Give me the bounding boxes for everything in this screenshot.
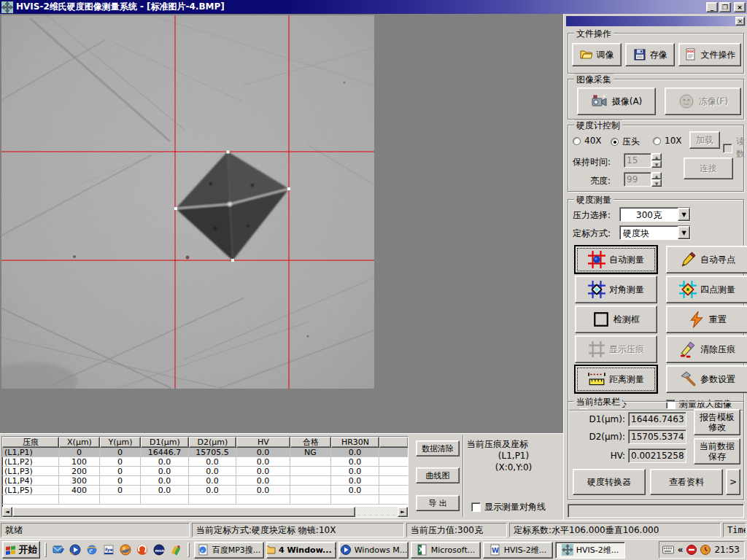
task-hvis-word[interactable]: W HVIS-2维... [483, 542, 553, 559]
clear-data-button[interactable]: 数据清除 [416, 440, 460, 456]
fye-icon[interactable]: fye [101, 542, 116, 557]
security-shield-icon[interactable] [686, 545, 697, 555]
table-row[interactable]: (L1,P3)20000.00.00.00.0 [2, 467, 408, 476]
radio-40x[interactable]: 40X [573, 136, 602, 146]
col-d2[interactable]: D2(μm) [189, 437, 236, 448]
hv-label: HV: [571, 451, 628, 461]
task-baidu-mp3[interactable]: e 百度MP3搜... [194, 542, 264, 559]
connect-button[interactable]: 连接 [684, 158, 733, 179]
clock-tray-icon[interactable] [700, 545, 711, 555]
report-template-button[interactable]: 报告模板修改 [694, 409, 740, 435]
brightness-row: 亮度: [590, 175, 611, 187]
scrollbar-thumb[interactable] [12, 507, 355, 517]
task-windows-group[interactable]: 4 Window... ▼ [266, 542, 336, 559]
spin-down-icon[interactable]: ▼ [651, 179, 662, 187]
distance-measure-button[interactable]: 距离测量 [575, 365, 657, 393]
table-row[interactable]: (L1,P2)10000.00.00.00.0 [2, 457, 408, 467]
more-button[interactable]: > [726, 469, 740, 495]
col-indent[interactable]: 压痕 [2, 437, 59, 448]
capture-button[interactable]: 摄像(A) [577, 88, 656, 115]
col-pass[interactable]: 合格 [290, 437, 331, 448]
auto-find-button[interactable]: 自动寻点 [666, 246, 747, 273]
read-checkbox[interactable]: 读数 [723, 136, 745, 160]
calibration-select[interactable]: 硬度块 ▼ [619, 225, 691, 240]
calibration-label: 定标方式: [573, 228, 611, 240]
status-bar: 就绪 当前定标方式:硬度块定标 物镜:10X 当前压力值:300克 定标系数:水… [0, 520, 747, 539]
desktop: HVIS-2维氏硬度图像测量系统 - [标准图片-4.BMP] _ ❐ × [0, 0, 747, 560]
tray-chevron-icon[interactable]: « [678, 545, 684, 555]
spin-up-icon[interactable]: ▲ [651, 172, 662, 179]
param-settings-button[interactable]: 参数设置 [666, 365, 747, 393]
freeze-button[interactable]: 冻像(F) [665, 88, 741, 115]
close-button[interactable]: × [734, 2, 746, 12]
radio-indenter[interactable]: 压头 [611, 136, 640, 148]
spin-down-icon[interactable]: ▼ [651, 160, 662, 168]
scroll-left-icon[interactable]: ◄ [2, 507, 12, 517]
load-force-button[interactable]: 加载 [689, 131, 720, 149]
task-hvis-app[interactable]: HVIS-2维... [555, 542, 625, 559]
outlook-express-icon[interactable] [51, 542, 66, 557]
scrollbar-track[interactable] [355, 507, 398, 517]
clear-indent-button[interactable]: 清除压痕 [666, 335, 747, 363]
orange-sphere-icon[interactable] [118, 542, 133, 557]
taskbar-clock[interactable]: 21:53 [714, 545, 740, 555]
curve-chart-button[interactable]: 曲线图 [416, 467, 460, 483]
show-diagonal-checkbox[interactable]: 显示测量对角线 [471, 501, 546, 513]
task-windows-media[interactable]: Windows M... [338, 542, 409, 559]
view-docs-button[interactable]: 查看资料 [650, 469, 723, 495]
internet-explorer-icon[interactable]: e [85, 542, 99, 557]
indentation-image[interactable] [1, 15, 374, 389]
msn-icon[interactable]: msn [152, 542, 166, 557]
restore-button[interactable]: ❐ [719, 2, 731, 12]
messenger-icon[interactable] [169, 542, 183, 557]
col-y[interactable]: Y(μm) [100, 437, 141, 448]
table-row[interactable]: (L1,P4)30000.00.00.00.0 [2, 476, 408, 486]
load-image-button[interactable]: 调像 [572, 43, 622, 66]
floppy-disk-icon [633, 48, 646, 61]
media-player-icon[interactable] [68, 542, 82, 557]
dropdown-icon[interactable]: ▼ [678, 226, 690, 239]
task-microsoft-excel[interactable]: X Microsoft... [411, 542, 481, 559]
col-d1[interactable]: D1(μm) [141, 437, 189, 448]
radio-10x[interactable]: 10X [653, 136, 682, 146]
document-icon: DOC [684, 48, 697, 61]
file-ops-button[interactable]: DOC 文件操作 [678, 43, 741, 66]
col-x[interactable]: X(μm) [59, 437, 100, 448]
capture-group-title: 图像采集 [574, 74, 614, 86]
diagonal-measure-button[interactable]: 对角测量 [575, 276, 657, 303]
save-image-button[interactable]: 存像 [625, 43, 675, 66]
four-point-button[interactable]: 四点测量 [666, 276, 747, 303]
measure-group-title: 硬度测量 [574, 194, 614, 206]
panel-close-icon[interactable]: × [735, 17, 745, 26]
ruler-icon [588, 370, 605, 388]
hold-time-spinner[interactable]: 15 ▲▼ [624, 153, 662, 168]
task-dropdown-icon[interactable]: ▼ [335, 547, 336, 553]
export-button[interactable]: 导 出 [416, 495, 460, 511]
detect-box-icon [592, 311, 610, 328]
reset-button[interactable]: 重置 [666, 306, 747, 333]
scroll-right-icon[interactable]: ► [398, 507, 408, 517]
keyboard-icon[interactable] [662, 545, 674, 554]
red-swirl-icon[interactable] [135, 542, 150, 557]
brightness-spinner[interactable]: 99 ▲▼ [624, 172, 662, 187]
pressure-select[interactable]: 300克 ▼ [619, 207, 691, 222]
mdi-client: × 文件操作 调像 存像 DOC 文件操作 图像 [0, 14, 747, 520]
hardness-converter-button[interactable]: 硬度转换器 [573, 469, 646, 495]
detect-box-button[interactable]: 检测框 [575, 306, 657, 333]
dropdown-icon[interactable]: ▼ [678, 208, 690, 221]
table-row[interactable]: (L1,P1)0016446.715705.50.0NG0.0 [2, 448, 408, 457]
spin-up-icon[interactable]: ▲ [651, 153, 662, 160]
minimize-button[interactable]: _ [706, 2, 718, 12]
d1-value: 16446.7463 [628, 412, 686, 427]
show-indent-icon [588, 341, 605, 358]
table-row[interactable]: (L1,P5)40000.00.00.00.0 [2, 486, 408, 495]
start-button[interactable]: 开始 [2, 541, 40, 559]
show-indent-button[interactable]: 显示压痕 [575, 335, 657, 363]
col-hr30n[interactable]: HR30N [331, 437, 379, 448]
status-time: Time (s): 0.20 [723, 523, 746, 537]
auto-measure-button[interactable]: 自动测量 [575, 246, 657, 273]
current-coord-panel: 当前压痕及座标 (L1,P1) (X:0,Y:0) [467, 438, 560, 473]
save-data-button[interactable]: 当前数据保存 [694, 438, 740, 464]
freeze-label: 冻像(F) [699, 96, 728, 108]
col-hv[interactable]: HV [236, 437, 290, 448]
